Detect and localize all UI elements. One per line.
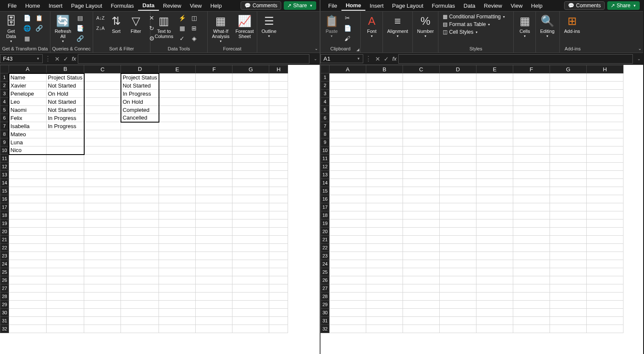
cell-E24[interactable] [159,260,196,268]
menu-formulas[interactable]: Formulas [106,1,138,10]
row-header-10[interactable]: 10 [0,146,9,155]
cell-F6[interactable] [196,114,232,122]
row-header-19[interactable]: 19 [0,219,9,228]
cell-E24[interactable] [476,260,513,268]
cell-F3[interactable] [513,90,550,98]
cell-A30[interactable] [329,309,366,317]
cell-E14[interactable] [476,179,513,187]
select-all-corner[interactable] [0,65,9,73]
cell-C23[interactable] [403,252,440,260]
cell-B19[interactable] [47,219,84,228]
cell-C23[interactable] [84,252,121,260]
row-header-10[interactable]: 10 [321,146,329,155]
cell-D17[interactable] [121,203,159,211]
cell-F13[interactable] [196,171,232,179]
cell-E14[interactable] [159,179,196,187]
cell-C1[interactable] [403,73,440,82]
cell-C20[interactable] [403,228,440,236]
cell-D9[interactable] [121,138,159,146]
cell-H30[interactable] [269,309,288,317]
properties-icon[interactable]: 📑 [76,23,85,33]
cell-E19[interactable] [159,219,196,228]
cell-A25[interactable] [9,268,47,276]
row-header-28[interactable]: 28 [321,293,329,301]
cell-G32[interactable] [232,325,269,333]
cell-H14[interactable] [587,179,623,187]
cell-B24[interactable] [366,260,403,268]
cell-F25[interactable] [513,268,550,276]
cell-E11[interactable] [159,155,196,163]
cell-H4[interactable] [269,98,288,106]
cell-G22[interactable] [550,244,587,252]
cell-B14[interactable] [366,179,403,187]
cell-C10[interactable] [84,146,121,155]
cell-F18[interactable] [196,211,232,219]
cell-C32[interactable] [84,325,121,333]
row-header-28[interactable]: 28 [0,293,9,301]
cell-G17[interactable] [550,203,587,211]
cell-B7[interactable] [366,122,403,130]
cell-E21[interactable] [476,236,513,244]
cell-F27[interactable] [513,284,550,293]
cell-E15[interactable] [159,187,196,195]
cell-E10[interactable] [476,146,513,155]
cell-D23[interactable] [440,252,476,260]
cell-G12[interactable] [550,163,587,171]
cell-H27[interactable] [269,284,288,293]
cell-E29[interactable] [476,301,513,309]
row-header-20[interactable]: 20 [321,228,329,236]
cell-B30[interactable] [47,309,84,317]
cell-F3[interactable] [196,90,232,98]
menu-view[interactable]: View [185,1,206,10]
row-header-30[interactable]: 30 [0,309,9,317]
font-group-button[interactable]: A Font ▼ [362,12,381,39]
cell-F16[interactable] [196,195,232,203]
cell-B32[interactable] [47,325,84,333]
cell-H5[interactable] [269,106,288,114]
cell-E10[interactable] [159,146,196,155]
cell-H10[interactable] [269,146,288,155]
row-header-14[interactable]: 14 [321,179,329,187]
menu-page-layout[interactable]: Page Layout [67,1,106,10]
cell-E6[interactable] [476,114,513,122]
row-header-20[interactable]: 20 [0,228,9,236]
cell-E5[interactable] [159,106,196,114]
column-header-G[interactable]: G [550,65,587,73]
cell-D9[interactable] [440,138,476,146]
cell-H32[interactable] [269,325,288,333]
cell-H20[interactable] [269,228,288,236]
cell-A14[interactable] [9,179,47,187]
cell-F2[interactable] [513,82,550,90]
cell-A6[interactable]: Felix [9,114,47,122]
cell-E4[interactable] [476,98,513,106]
ribbon-collapse-icon[interactable]: ⌄ [315,46,318,51]
outline-button[interactable]: ☰ Outline ▼ [259,12,279,39]
flash-fill-icon[interactable]: ⚡ [177,13,187,23]
cell-C8[interactable] [403,130,440,138]
cell-G14[interactable] [550,179,587,187]
cell-A5[interactable] [329,106,366,114]
cell-B15[interactable] [47,187,84,195]
cell-E30[interactable] [476,309,513,317]
cell-C4[interactable] [84,98,121,106]
cell-H31[interactable] [269,317,288,325]
comments-button[interactable]: 💬Comments [564,1,605,10]
cell-H15[interactable] [269,187,288,195]
row-header-11[interactable]: 11 [321,155,329,163]
enter-formula-icon[interactable]: ✓ [382,56,391,62]
cell-E18[interactable] [476,211,513,219]
cell-B30[interactable] [366,309,403,317]
cell-C26[interactable] [403,276,440,284]
cell-F11[interactable] [196,155,232,163]
cell-A23[interactable] [9,252,47,260]
row-header-5[interactable]: 5 [321,106,329,114]
cell-G32[interactable] [550,325,587,333]
cell-H2[interactable] [269,82,288,90]
cell-B1[interactable] [366,73,403,82]
cell-E20[interactable] [159,228,196,236]
cell-G15[interactable] [232,187,269,195]
cell-D13[interactable] [121,171,159,179]
cell-F15[interactable] [196,187,232,195]
cells-group-button[interactable]: ▦ Cells ▼ [515,12,534,39]
alignment-group-button[interactable]: ≡ Alignment ▼ [385,12,411,39]
